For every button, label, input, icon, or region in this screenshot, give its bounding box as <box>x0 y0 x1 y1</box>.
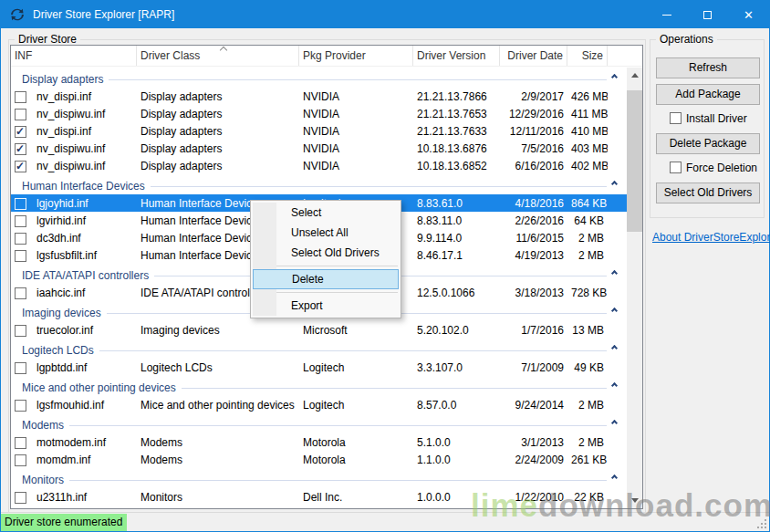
cell-ver: 1.1.0.0 <box>413 454 500 466</box>
cell-siz: 864 KB <box>567 197 608 210</box>
column-header-pkg-provider[interactable]: Pkg Provider <box>299 46 413 66</box>
checkbox-cell <box>11 435 33 448</box>
menu-item-delete[interactable]: Delete <box>253 269 399 289</box>
group-collapse-icon[interactable] <box>612 346 619 353</box>
cell-cls: Display adapters <box>137 108 299 120</box>
scroll-down-button[interactable] <box>627 493 642 508</box>
column-header-inf[interactable]: INF <box>11 46 137 66</box>
cell-cls: Display adapters <box>137 90 299 103</box>
table-row[interactable]: nv_dispiwu.infDisplay adaptersNVIDIA10.1… <box>11 157 627 174</box>
scroll-up-button[interactable] <box>627 68 642 83</box>
table-row[interactable]: truecolor.infImaging devicesMicrosoft5.2… <box>11 321 627 339</box>
group-collapse-icon[interactable] <box>612 271 619 278</box>
client-area: Driver Store INFDriver ClassPkg Provider… <box>1 28 769 512</box>
force-deletion-label: Force Deletion <box>686 162 757 174</box>
column-header-size[interactable]: Size <box>567 46 608 66</box>
table-row[interactable]: nv_dispi.infDisplay adaptersNVIDIA21.21.… <box>11 122 627 140</box>
row-checkbox[interactable] <box>15 215 26 227</box>
window-title: Driver Store Explorer [RAPR] <box>33 8 646 21</box>
row-checkbox[interactable] <box>15 161 26 172</box>
table-row[interactable]: u2311h.infMonitorsDell Inc.1.0.0.01/22/2… <box>11 488 627 506</box>
column-header-driver-date[interactable]: Driver Date <box>500 46 567 66</box>
cell-dat: 12/11/2016 <box>500 125 567 138</box>
cell-dat: 6/16/2016 <box>500 160 567 172</box>
cell-siz: 426 MB <box>567 90 608 103</box>
resize-grip[interactable] <box>757 519 766 528</box>
group-divider <box>151 186 607 187</box>
table-row[interactable]: nv_dispi.infDisplay adaptersNVIDIA21.21.… <box>11 88 627 105</box>
cell-cls: Mice and other pointing devices <box>137 399 299 412</box>
cell-cls: Display adapters <box>137 160 299 172</box>
row-checkbox[interactable] <box>15 143 26 155</box>
group-collapse-icon[interactable] <box>612 475 619 483</box>
vertical-scrollbar[interactable] <box>627 68 642 508</box>
row-checkbox[interactable] <box>15 287 26 299</box>
app-window: Driver Store Explorer [RAPR] ✕ Driver St… <box>0 0 770 532</box>
cell-siz: 728 KB <box>567 287 608 299</box>
table-row[interactable]: motmodem.infModemsMotorola5.1.0.03/1/201… <box>11 433 627 451</box>
row-checkbox[interactable] <box>15 454 26 466</box>
row-checkbox[interactable] <box>15 250 26 262</box>
checkbox-cell <box>11 398 33 411</box>
checkbox-cell <box>11 490 33 503</box>
column-header-driver-version[interactable]: Driver Version <box>413 46 500 66</box>
group-collapse-icon[interactable] <box>612 383 619 391</box>
menu-item-unselect-all[interactable]: Unselect All <box>253 223 399 243</box>
cell-inf: lgjoyhid.inf <box>33 197 137 210</box>
table-row[interactable]: nv_dispiwu.infDisplay adaptersNVIDIA21.2… <box>11 105 627 122</box>
about-link[interactable]: About DriverStoreExplorer <box>652 231 770 244</box>
refresh-button[interactable]: Refresh <box>656 57 760 78</box>
table-row[interactable]: nv_dispiwu.infDisplay adaptersNVIDIA10.1… <box>11 140 627 157</box>
group-collapse-icon[interactable] <box>612 308 619 316</box>
cell-inf: nv_dispi.inf <box>33 125 137 138</box>
cell-ver: 5.1.0.0 <box>413 436 500 449</box>
scrollbar-thumb[interactable] <box>627 90 642 232</box>
row-checkbox[interactable] <box>15 109 26 120</box>
maximize-button[interactable] <box>687 1 728 28</box>
install-driver-checkbox[interactable]: Install Driver <box>670 111 747 125</box>
group-title: Imaging devices <box>22 307 101 319</box>
cell-cls: Monitors <box>137 491 299 504</box>
cell-prov: Microsoft <box>299 324 413 337</box>
group-collapse-icon[interactable] <box>612 182 619 189</box>
minimize-button[interactable] <box>646 1 687 28</box>
checkbox-cell <box>11 323 33 336</box>
table-row[interactable]: momdm.infModemsMotorola1.1.0.02/24/20092… <box>11 451 627 468</box>
force-deletion-checkbox[interactable]: Force Deletion <box>670 161 757 174</box>
group-header: Monitors <box>11 468 627 488</box>
menu-item-export[interactable]: Export <box>253 296 399 316</box>
cell-prov: Motorola <box>299 454 413 466</box>
menu-item-select[interactable]: Select <box>253 203 399 223</box>
force-deletion-checkbox-box <box>670 162 682 173</box>
row-checkbox[interactable] <box>15 362 26 374</box>
row-checkbox[interactable] <box>15 198 26 210</box>
cell-inf: nv_dispiwu.inf <box>33 108 137 120</box>
cell-inf: lgsfmouhid.inf <box>33 399 137 412</box>
cell-ver: 10.18.13.6876 <box>413 142 500 155</box>
cell-dat: 1/22/2010 <box>500 491 567 504</box>
row-checkbox[interactable] <box>15 325 26 337</box>
select-old-drivers-button[interactable]: Select Old Drivers <box>656 183 760 203</box>
row-checkbox[interactable] <box>15 437 26 449</box>
cell-dat: 3/1/2013 <box>500 436 567 449</box>
menu-item-select-old-drivers[interactable]: Select Old Drivers <box>253 243 399 263</box>
close-button[interactable]: ✕ <box>728 1 769 28</box>
table-row[interactable]: lgsfmouhid.infMice and other pointing de… <box>11 396 627 413</box>
group-collapse-icon[interactable] <box>612 75 619 82</box>
cell-dat: 7/5/2016 <box>500 142 567 155</box>
checkbox-cell <box>11 124 33 137</box>
table-row[interactable]: lgpbtdd.infLogitech LCDsLogitech3.3.107.… <box>11 359 627 376</box>
group-collapse-icon[interactable] <box>612 421 619 428</box>
row-checkbox[interactable] <box>15 400 26 412</box>
delete-package-button[interactable]: Delete Package <box>656 133 760 154</box>
cell-inf: nv_dispiwu.inf <box>33 160 137 172</box>
add-package-button[interactable]: Add Package <box>656 84 760 105</box>
row-checkbox[interactable] <box>15 126 26 138</box>
cell-cls: Display adapters <box>137 142 299 155</box>
row-checkbox[interactable] <box>15 233 26 245</box>
row-checkbox[interactable] <box>15 492 26 504</box>
status-message: Driver store enumerated <box>1 514 127 531</box>
column-header-driver-class[interactable]: Driver Class <box>137 46 299 66</box>
cell-siz: 64 KB <box>567 214 608 227</box>
row-checkbox[interactable] <box>15 91 26 103</box>
